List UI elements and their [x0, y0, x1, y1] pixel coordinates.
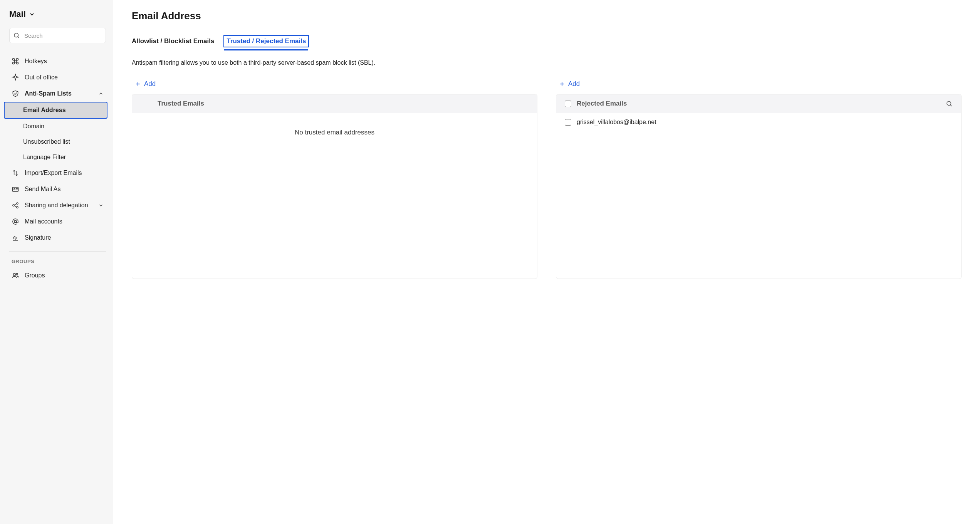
sidebar-item-anti-spam-lists[interactable]: Anti-Spam Lists: [9, 86, 106, 102]
trusted-panel: Add Trusted Emails No trusted email addr…: [132, 80, 537, 279]
sidebar-item-import-export[interactable]: Import/Export Emails: [9, 165, 106, 181]
trusted-box: Trusted Emails No trusted email addresse…: [132, 94, 537, 279]
svg-point-3: [14, 188, 15, 190]
page-description: Antispam filtering allows you to use bot…: [132, 59, 962, 66]
sidebar-subitem-unsubscribed-list[interactable]: Unsubscribed list: [9, 134, 106, 149]
trusted-header: Trusted Emails: [132, 94, 537, 113]
sidebar-item-send-mail-as[interactable]: Send Mail As: [9, 181, 106, 197]
sidebar-item-groups[interactable]: Groups: [9, 267, 106, 284]
rejected-box: Rejected Emails grissel_villalobos@ibalp…: [556, 94, 962, 279]
sidebar-subitem-language-filter[interactable]: Language Filter: [9, 149, 106, 165]
sidebar-title: Mail: [9, 9, 26, 19]
sidebar-item-label: Send Mail As: [25, 186, 60, 193]
rejected-email: grissel_villalobos@ibalpe.net: [577, 119, 656, 126]
groups-section-header: GROUPS: [9, 255, 106, 267]
tab-label: Allowlist / Blocklist Emails: [132, 37, 214, 45]
page-title: Email Address: [132, 10, 962, 22]
trusted-header-label: Trusted Emails: [158, 100, 204, 107]
add-label: Add: [568, 80, 580, 88]
add-rejected-button[interactable]: Add: [556, 80, 962, 94]
sidebar-item-hotkeys[interactable]: Hotkeys: [9, 53, 106, 69]
command-icon: [12, 57, 19, 65]
chevron-up-icon: [98, 91, 104, 96]
sidebar-item-label: Mail accounts: [25, 218, 62, 225]
search-input[interactable]: [9, 28, 106, 43]
sidebar-item-label: Hotkeys: [25, 58, 47, 65]
rejected-body: grissel_villalobos@ibalpe.net: [556, 113, 961, 279]
add-trusted-button[interactable]: Add: [132, 80, 537, 94]
svg-point-8: [13, 274, 16, 276]
add-label: Add: [144, 80, 156, 88]
sidebar-item-out-of-office[interactable]: Out of office: [9, 69, 106, 86]
svg-line-1: [18, 37, 19, 38]
sidebar-item-label: Signature: [25, 234, 51, 241]
sidebar-item-label: Groups: [25, 272, 45, 279]
shield-icon: [12, 90, 19, 97]
panels: Add Trusted Emails No trusted email addr…: [132, 80, 962, 279]
search-icon: [13, 32, 20, 39]
search-box: [9, 28, 106, 43]
svg-rect-2: [13, 187, 18, 191]
rejected-header-label: Rejected Emails: [577, 100, 627, 107]
chevron-down-icon: [98, 203, 104, 208]
svg-point-9: [16, 274, 18, 275]
users-icon: [12, 272, 19, 279]
row-checkbox[interactable]: [565, 119, 571, 126]
tab-trusted-rejected[interactable]: Trusted / Rejected Emails: [223, 35, 309, 47]
plus-icon: [135, 81, 141, 87]
sidebar-item-label: Domain: [23, 123, 44, 129]
airplane-icon: [12, 74, 19, 81]
id-card-icon: [12, 185, 19, 193]
sidebar-item-label: Out of office: [25, 74, 58, 81]
tab-allowlist-blocklist[interactable]: Allowlist / Blocklist Emails: [132, 35, 214, 50]
sidebar: Mail Hotkeys Out of office Anti-Spam Lis…: [0, 0, 113, 524]
share-icon: [12, 202, 19, 209]
sidebar-item-mail-accounts[interactable]: Mail accounts: [9, 213, 106, 230]
signature-icon: [12, 234, 19, 242]
tab-label: Trusted / Rejected Emails: [227, 37, 306, 45]
sidebar-app-switcher[interactable]: Mail: [9, 9, 106, 19]
svg-point-0: [14, 33, 18, 37]
list-item[interactable]: grissel_villalobos@ibalpe.net: [556, 113, 961, 131]
at-sign-icon: [12, 218, 19, 225]
sidebar-item-label: Unsubscribed list: [23, 138, 70, 145]
svg-line-15: [950, 105, 951, 106]
main-content: Email Address Allowlist / Blocklist Emai…: [113, 0, 980, 524]
trusted-empty-message: No trusted email addresses: [132, 113, 537, 152]
sidebar-item-label: Import/Export Emails: [25, 170, 82, 176]
up-down-arrows-icon: [12, 169, 19, 177]
sidebar-item-label: Language Filter: [23, 154, 66, 160]
trusted-body: No trusted email addresses: [132, 113, 537, 279]
svg-point-14: [947, 101, 951, 106]
plus-icon: [559, 81, 565, 87]
chevron-down-icon: [29, 11, 35, 17]
sidebar-item-sharing-delegation[interactable]: Sharing and delegation: [9, 197, 106, 213]
divider: [9, 251, 106, 252]
sidebar-subitem-email-address[interactable]: Email Address: [4, 102, 107, 119]
rejected-header: Rejected Emails: [556, 94, 961, 113]
search-icon[interactable]: [946, 100, 953, 107]
sidebar-item-signature[interactable]: Signature: [9, 230, 106, 246]
select-all-checkbox[interactable]: [565, 101, 571, 107]
sidebar-subitem-domain[interactable]: Domain: [9, 119, 106, 134]
tab-bar: Allowlist / Blocklist Emails Trusted / R…: [132, 35, 962, 50]
sidebar-item-label: Anti-Spam Lists: [25, 90, 72, 97]
sidebar-item-label: Email Address: [23, 107, 66, 113]
anti-spam-submenu: Email Address Domain Unsubscribed list L…: [9, 102, 106, 165]
rejected-panel: Add Rejected Emails grissel_villalobos@i…: [556, 80, 962, 279]
svg-point-7: [14, 220, 17, 223]
sidebar-item-label: Sharing and delegation: [25, 202, 88, 209]
